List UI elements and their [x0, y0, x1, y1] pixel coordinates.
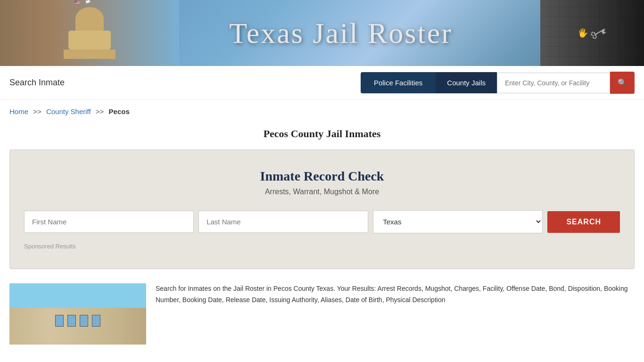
- site-title: Texas Jail Roster: [132, 16, 550, 50]
- building-windows: [55, 315, 100, 327]
- key-icon: 🗝: [586, 20, 611, 46]
- breadcrumb-separator-1: >>: [33, 107, 41, 115]
- record-check-box: Inmate Record Check Arrests, Warrant, Mu…: [9, 149, 635, 269]
- facility-search-input[interactable]: [497, 73, 610, 93]
- building-facade: [9, 308, 146, 345]
- search-row: AlabamaAlaskaArizonaArkansasCaliforniaCo…: [24, 210, 620, 233]
- county-jails-button[interactable]: County Jails: [436, 72, 497, 93]
- window-1: [55, 315, 64, 327]
- facility-search-button[interactable]: 🔍: [610, 72, 635, 94]
- key-area: 🖐 🗝: [540, 0, 644, 66]
- window-3: [80, 315, 88, 327]
- last-name-input[interactable]: [198, 211, 368, 233]
- nav-bar: Search Inmate Police Facilities County J…: [0, 66, 644, 100]
- description-text: Search for Inmates on the Jail Roster in…: [156, 283, 635, 345]
- record-check-subtitle: Arrests, Warrant, Mugshot & More: [24, 188, 620, 196]
- breadcrumb-separator-2: >>: [96, 107, 104, 115]
- breadcrumb-county-sheriff[interactable]: County Sheriff: [46, 107, 91, 115]
- first-name-input[interactable]: [24, 211, 194, 233]
- window-4: [92, 315, 100, 327]
- record-check-title: Inmate Record Check: [24, 169, 620, 184]
- dome-base: [64, 49, 116, 59]
- police-facilities-button[interactable]: Police Facilities: [361, 72, 436, 93]
- dome-top: [75, 7, 104, 31]
- search-inmate-button[interactable]: SEARCH: [547, 211, 620, 233]
- breadcrumb-home[interactable]: Home: [9, 107, 28, 115]
- nav-right: Police Facilities County Jails 🔍: [361, 72, 635, 94]
- search-inmate-label: Search Inmate: [9, 78, 65, 88]
- breadcrumb: Home >> County Sheriff >> Pecos: [0, 100, 644, 123]
- state-select[interactable]: AlabamaAlaskaArizonaArkansasCaliforniaCo…: [373, 210, 543, 233]
- dome-body: [68, 31, 111, 49]
- search-icon: 🔍: [618, 79, 627, 87]
- building-image: [9, 283, 146, 345]
- page-title: Pecos County Jail Inmates: [0, 123, 644, 149]
- breadcrumb-current: Pecos: [109, 107, 130, 115]
- bottom-section: Search for Inmates on the Jail Roster in…: [0, 283, 644, 359]
- sponsored-label: Sponsored Results: [24, 243, 620, 250]
- window-2: [67, 315, 76, 327]
- capitol-dome: 🇺🇸 🏳️: [61, 7, 118, 59]
- hand-icon: 🖐: [578, 28, 588, 38]
- header-title: Texas Jail Roster: [132, 16, 550, 50]
- header-banner: 🇺🇸 🏳️ Texas Jail Roster 🖐 🗝: [0, 0, 644, 66]
